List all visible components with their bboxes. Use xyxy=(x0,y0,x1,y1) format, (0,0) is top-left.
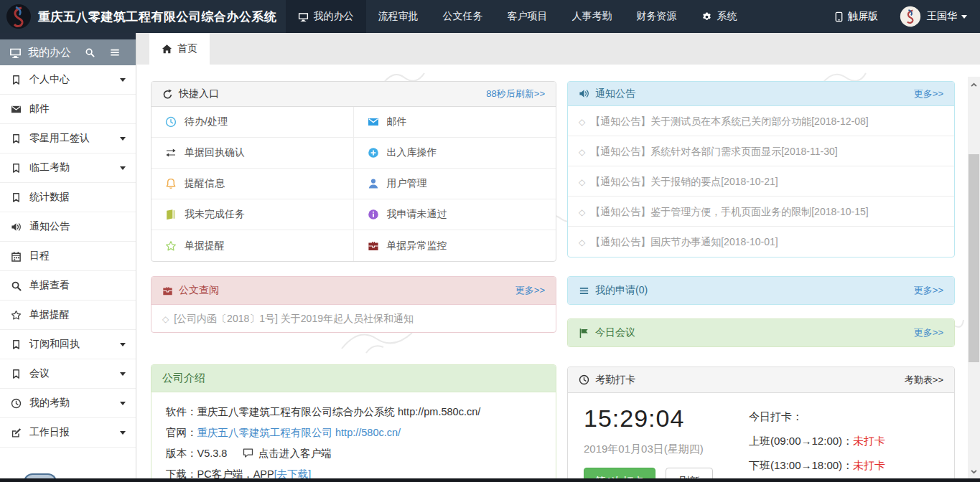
attendance-row-label: 下班(13:00→18:00)： xyxy=(749,459,853,471)
sidebar-item-1[interactable]: 个人中心 xyxy=(0,65,136,95)
quick-entry-item-7[interactable]: 我未完成任务 xyxy=(151,199,354,230)
nav-item-5[interactable]: 人事考勤 xyxy=(560,0,625,33)
company-row-label: 版本： xyxy=(166,448,197,459)
monitor-icon xyxy=(298,11,309,22)
quick-entry-item-4[interactable]: 出入库操作 xyxy=(354,138,556,169)
user-avatar[interactable] xyxy=(900,6,921,27)
sidebar-item-6[interactable]: 通知公告 xyxy=(0,212,136,242)
menu-toggle-icon[interactable] xyxy=(110,47,120,57)
clock-icon xyxy=(579,374,589,385)
quick-entry-item-6[interactable]: 用户管理 xyxy=(354,169,556,199)
quick-entry-item-8[interactable]: 我申请未通过 xyxy=(354,199,556,230)
company-logo-icon xyxy=(6,4,32,29)
brand[interactable]: 重庆五八零建筑工程有限公司综合办公系统 xyxy=(0,0,286,33)
chevron-down-icon xyxy=(120,166,126,170)
touch-version-link[interactable]: 触屏版 xyxy=(834,10,878,23)
sidebar-item-2[interactable]: 邮件 xyxy=(0,95,136,124)
scroll-up-icon[interactable] xyxy=(968,79,980,91)
notice-item-2[interactable]: ◇【通知公告】系统针对各部门需求页面显示[2018-11-30] xyxy=(568,136,954,166)
diamond-bullet-icon: ◇ xyxy=(579,207,585,217)
sidebar-item-label: 我的考勤 xyxy=(29,397,70,410)
sidebar-item-5[interactable]: 统计数据 xyxy=(0,183,136,212)
notice-item-text: 【通知公告】系统针对各部门需求页面显示[2018-11-30] xyxy=(590,146,837,157)
attendance-title: 考勤打卡 xyxy=(595,374,635,387)
quick-entry-panel: 快捷入口 88秒后刷新>> 待办/处理邮件单据回执确认出入库操作提醒信息用户管理… xyxy=(151,81,556,262)
quick-entry-item-2[interactable]: 邮件 xyxy=(354,107,556,138)
vertical-scrollbar[interactable] xyxy=(968,77,980,482)
quick-entry-item-label: 用户管理 xyxy=(387,177,427,190)
sidebar-item-13[interactable]: 工作日报 xyxy=(0,418,136,448)
attendance-row-2: 下班(13:00→18:00)：未打卡 xyxy=(749,459,946,473)
tab-home[interactable]: 首页 xyxy=(149,33,210,65)
nav-item-1[interactable]: 我的办公 xyxy=(286,0,366,33)
company-link[interactable]: http://580c.cn/ xyxy=(335,427,401,438)
notice-item-3[interactable]: ◇【通知公告】关于报销的要点[2018-10-21] xyxy=(568,166,954,197)
company-link[interactable]: 重庆五八零建筑工程有限公司 xyxy=(197,427,333,438)
my-applications-panel: 我的申请(0) 更多>> xyxy=(567,276,955,305)
search-icon xyxy=(10,280,22,291)
briefcase-icon xyxy=(368,240,379,252)
nav-item-label: 公文任务 xyxy=(443,10,483,23)
today-meetings-more-link[interactable]: 更多>> xyxy=(914,326,943,339)
sidebar-item-7[interactable]: 日程 xyxy=(0,242,136,271)
sidebar-item-4[interactable]: 临工考勤 xyxy=(0,153,136,183)
info-circle-icon xyxy=(368,209,379,220)
quick-entry-item-1[interactable]: 待办/处理 xyxy=(151,107,354,138)
quick-entry-item-3[interactable]: 单据回执确认 xyxy=(151,138,354,169)
attendance-row-1: 上班(09:00→12:00)：未打卡 xyxy=(749,435,946,448)
touch-version-label: 触屏版 xyxy=(848,10,878,23)
comment-icon xyxy=(243,448,253,458)
nav-item-4[interactable]: 客户项目 xyxy=(495,0,560,33)
sidebar-item-label: 零星用工签认 xyxy=(29,132,90,145)
navbar-right: 触屏版 王国华 xyxy=(834,6,980,27)
notice-item-4[interactable]: ◇【通知公告】鉴于管理方便，手机页面业务的限制[2018-10-15] xyxy=(568,197,954,227)
notice-item-1[interactable]: ◇【通知公告】关于测试员在本系统已关闭部分功能[2018-12-08] xyxy=(568,106,954,136)
quick-entry-item-10[interactable]: 单据异常监控 xyxy=(354,230,556,261)
nav-item-6[interactable]: 财务资源 xyxy=(625,0,689,33)
star-icon xyxy=(10,310,22,321)
my-applications-more-link[interactable]: 更多>> xyxy=(914,284,943,297)
notices-panel: 通知公告 更多>> ◇【通知公告】关于测试员在本系统已关闭部分功能[2018-1… xyxy=(567,81,955,257)
sidebar-item-label: 个人中心 xyxy=(29,73,70,86)
nav-item-label: 系统 xyxy=(717,10,737,23)
nav-item-7[interactable]: 系统 xyxy=(689,0,750,33)
sidebar-item-10[interactable]: 订阅和回执 xyxy=(0,330,136,359)
quick-entry-item-9[interactable]: 单据提醒 xyxy=(151,230,354,261)
notices-list: ◇【通知公告】关于测试员在本系统已关闭部分功能[2018-12-08]◇【通知公… xyxy=(568,106,954,257)
search-icon[interactable] xyxy=(85,47,95,57)
sidebar-item-3[interactable]: 零星用工签认 xyxy=(0,124,136,153)
sidebar-item-12[interactable]: 我的考勤 xyxy=(0,389,136,418)
attendance-status: 未打卡 xyxy=(853,435,885,447)
scrollbar-thumb[interactable] xyxy=(969,154,979,362)
quick-entry-refresh-countdown[interactable]: 88秒后刷新>> xyxy=(486,88,545,100)
nav-item-3[interactable]: 公文任务 xyxy=(431,0,495,33)
quick-entry-item-5[interactable]: 提醒信息 xyxy=(151,169,354,199)
nav-item-label: 人事考勤 xyxy=(572,10,612,23)
bookmark-icon xyxy=(10,75,22,85)
notices-more-link[interactable]: 更多>> xyxy=(914,88,943,100)
company-text: 重庆五八零建筑工程有限公司综合办公系统 http://pm.580c.cn/ xyxy=(197,406,481,417)
document-item-1[interactable]: ◇[公司内函〔2018〕1号] 关于2019年起人员社保和通知 xyxy=(151,305,556,332)
notice-item-5[interactable]: ◇【通知公告】国庆节办事通知[2018-10-01] xyxy=(568,227,954,257)
company-row-label: 软件： xyxy=(166,406,197,417)
sidebar-item-9[interactable]: 单据提醒 xyxy=(0,301,136,330)
gear-icon xyxy=(701,11,712,22)
scroll-down-icon[interactable] xyxy=(968,466,980,478)
nav-item-label: 财务资源 xyxy=(637,10,677,23)
sidebar-item-11[interactable]: 会议 xyxy=(0,359,136,389)
nav-item-2[interactable]: 流程审批 xyxy=(366,0,431,33)
sidebar-item-label: 工作日报 xyxy=(29,426,70,439)
sidebar-item-label: 邮件 xyxy=(29,103,50,115)
company-text: V5.3.8 xyxy=(197,448,241,459)
main-content: 快捷入口 88秒后刷新>> 待办/处理邮件单据回执确认出入库操作提醒信息用户管理… xyxy=(136,65,968,482)
sidebar-item-8[interactable]: 单据查看 xyxy=(0,271,136,301)
user-name[interactable]: 王国华 xyxy=(927,10,957,23)
user-menu-caret-icon[interactable] xyxy=(961,15,967,19)
company-info-row-1: 软件：重庆五八零建筑工程有限公司综合办公系统 http://pm.580c.cn… xyxy=(166,402,541,422)
notices-title: 通知公告 xyxy=(595,88,635,100)
attendance-rows: 上班(09:00→12:00)：未打卡下班(13:00→18:00)：未打卡 xyxy=(749,435,946,473)
notice-item-text: 【通知公告】关于测试员在本系统已关闭部分功能[2018-12-08] xyxy=(590,115,868,127)
documents-more-link[interactable]: 更多>> xyxy=(515,284,545,297)
bookmark-icon xyxy=(10,192,22,203)
attendance-sheet-link[interactable]: 考勤表>> xyxy=(905,374,943,387)
